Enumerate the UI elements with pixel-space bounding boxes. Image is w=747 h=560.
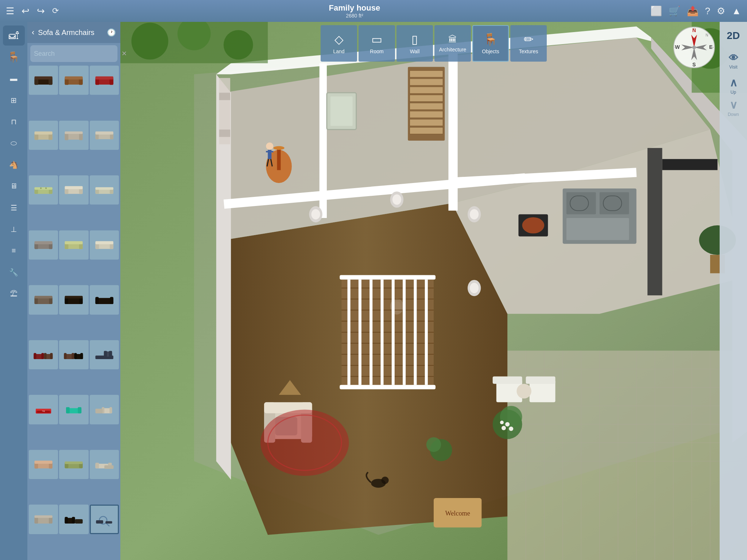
list-item[interactable] [29, 230, 58, 260]
redo-icon[interactable]: ↪ [37, 5, 45, 17]
list-item[interactable] [29, 66, 58, 95]
list-item[interactable] [59, 395, 88, 424]
back-button[interactable]: ‹ [32, 28, 34, 37]
list-item[interactable] [90, 285, 119, 314]
list-item[interactable] [59, 505, 88, 534]
list-item[interactable] [59, 285, 88, 314]
svg-rect-213 [526, 376, 556, 384]
list-item[interactable] [29, 505, 58, 534]
share-icon[interactable]: 📤 [687, 5, 698, 17]
sidebar-item-tools[interactable]: 🔧 [3, 262, 25, 282]
transform-icon[interactable]: ⟳ [52, 6, 59, 16]
undo-icon[interactable]: ↩ [22, 5, 30, 17]
wall-icon: ▯ [411, 32, 418, 46]
svg-rect-106 [72, 517, 75, 524]
svg-point-200 [522, 217, 545, 233]
tool-textures[interactable]: ✏ Textures [510, 25, 547, 62]
svg-point-222 [502, 426, 506, 430]
clear-search-icon[interactable]: ✕ [121, 50, 127, 58]
list-item[interactable] [90, 230, 119, 260]
up-label: Up [731, 90, 736, 95]
search-input[interactable] [34, 50, 119, 58]
svg-rect-27 [35, 187, 53, 190]
history-icon[interactable]: 🕐 [107, 28, 116, 37]
settings-icon[interactable]: ⚙ [717, 5, 725, 17]
top-bar: ☰ ↩ ↪ ⟳ Family house 2680 ft² ⬜ 🛒 📤 ? ⚙ … [0, 0, 747, 22]
list-item[interactable] [59, 121, 88, 150]
list-item[interactable]: rug [29, 395, 58, 424]
sidebar-item-bath[interactable]: ⊓ [3, 112, 25, 132]
svg-point-223 [509, 427, 513, 431]
svg-rect-107 [75, 520, 83, 524]
sidebar: 🛋 🪑 ▬ ⊞ ⊓ ⬭ 🐴 🖥 ☰ ⊥ ≡ 🔧 ⛱ [0, 22, 27, 560]
svg-point-224 [500, 421, 504, 424]
project-title: Family house [329, 3, 380, 13]
visit-button[interactable]: 👁 Visit [721, 51, 745, 71]
down-label: Down [728, 112, 739, 117]
tool-architecture-label: Architecture [439, 47, 467, 52]
sidebar-item-kitchen[interactable]: ⊞ [3, 90, 25, 110]
list-item[interactable] [90, 450, 119, 479]
tool-objects[interactable]: 🪑 Objects [472, 25, 509, 62]
sidebar-item-outdoor[interactable]: ⛱ [3, 284, 25, 304]
right-panel: 2D 👁 Visit ∧ Up ∨ Down [720, 22, 747, 560]
sidebar-item-office[interactable]: 🖥 [3, 176, 25, 196]
svg-text:rug: rug [42, 411, 45, 412]
help-icon[interactable]: ? [705, 5, 710, 17]
list-item[interactable] [90, 505, 119, 534]
svg-point-28 [40, 187, 42, 189]
svg-rect-181 [330, 96, 353, 126]
svg-rect-11 [95, 77, 113, 79]
list-item[interactable] [59, 340, 88, 369]
menu-icon[interactable]: ☰ [6, 5, 14, 17]
save-icon[interactable]: ⬜ [650, 5, 662, 17]
list-item[interactable] [29, 285, 58, 314]
sidebar-item-chair[interactable]: 🪑 [3, 47, 25, 67]
list-item[interactable] [59, 230, 88, 260]
sidebar-item-lamp[interactable]: ⊥ [3, 219, 25, 239]
svg-rect-60 [110, 297, 113, 304]
list-item[interactable] [29, 340, 58, 369]
svg-rect-188 [410, 111, 443, 118]
sidebar-item-bed[interactable]: ⬭ [3, 133, 25, 153]
list-item[interactable] [90, 121, 119, 150]
architecture-icon: 🏛 [448, 34, 457, 44]
list-item[interactable] [59, 450, 88, 479]
tool-room[interactable]: ▭ Room [359, 25, 395, 62]
view-2d-button[interactable]: 2D [721, 25, 745, 47]
list-item[interactable] [90, 66, 119, 95]
list-item[interactable] [90, 395, 119, 424]
list-item[interactable] [29, 175, 58, 205]
svg-point-214 [516, 384, 531, 398]
svg-rect-185 [410, 87, 443, 93]
panel-title: Sofa & Armchairs [38, 28, 103, 37]
tool-wall[interactable]: ▯ Wall [396, 25, 433, 62]
upload-icon[interactable]: ▲ [732, 5, 741, 17]
list-item[interactable] [59, 66, 88, 95]
cart-icon[interactable]: 🛒 [669, 5, 680, 17]
svg-rect-197 [647, 148, 662, 295]
svg-point-216 [500, 406, 522, 428]
svg-text:E: E [709, 44, 712, 50]
svg-rect-49 [95, 241, 113, 244]
main-view[interactable]: Welcome [120, 22, 747, 560]
list-item[interactable] [90, 175, 119, 205]
tool-land[interactable]: ◇ Land [321, 25, 357, 62]
sidebar-item-curtains[interactable]: ☰ [3, 198, 25, 218]
sidebar-item-sofa[interactable]: 🛋 [3, 26, 25, 46]
tool-wall-label: Wall [410, 48, 420, 54]
sidebar-item-table[interactable]: ▬ [3, 69, 25, 89]
svg-rect-33 [65, 186, 83, 189]
svg-point-206 [260, 409, 349, 476]
svg-rect-103 [35, 516, 53, 518]
svg-rect-71 [74, 353, 77, 359]
sidebar-item-kids[interactable]: 🐴 [3, 155, 25, 175]
list-item[interactable] [29, 121, 58, 150]
down-button[interactable]: ∨ Down [721, 98, 745, 118]
tool-architecture[interactable]: 🏛 Architecture [434, 25, 471, 62]
list-item[interactable] [29, 450, 58, 479]
list-item[interactable] [90, 340, 119, 369]
list-item[interactable] [59, 175, 88, 205]
up-button[interactable]: ∧ Up [721, 75, 745, 96]
sidebar-item-radiator[interactable]: ≡ [3, 241, 25, 261]
